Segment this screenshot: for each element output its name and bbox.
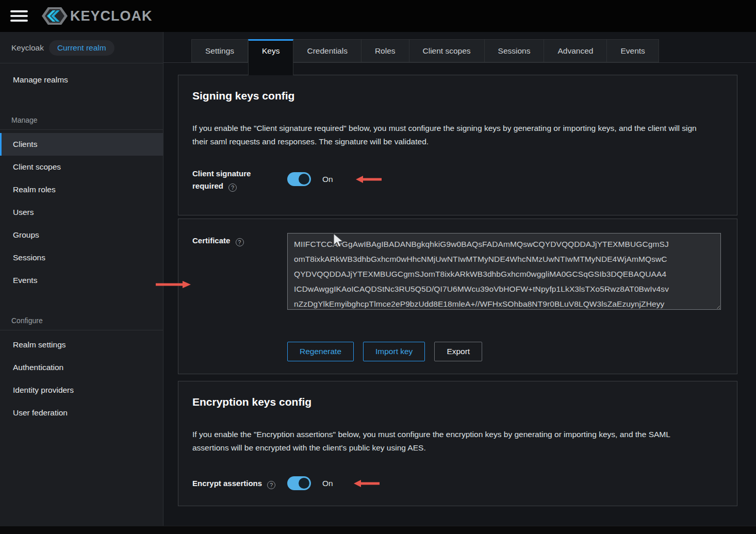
tab-roles[interactable]: Roles: [361, 39, 409, 62]
signing-keys-config-section: Signing keys config If you enable the "C…: [178, 75, 737, 215]
export-button[interactable]: Export: [434, 342, 482, 361]
certificate-help-icon[interactable]: ?: [236, 238, 244, 246]
sidebar-item-client-scopes[interactable]: Client scopes: [0, 156, 163, 178]
tab-settings[interactable]: Settings: [191, 39, 248, 62]
current-realm-button[interactable]: Current realm: [49, 40, 114, 56]
sidebar-item-identity-providers[interactable]: Identity providers: [0, 379, 163, 402]
realm-label: Keycloak: [11, 43, 44, 53]
tab-credentials[interactable]: Credentials: [293, 39, 361, 62]
sidebar-item-sessions[interactable]: Sessions: [0, 246, 163, 269]
red-arrow-left-icon: [356, 175, 383, 183]
sidebar-item-events[interactable]: Events: [0, 269, 163, 292]
signing-keys-config-description: If you enable the "Client signature requ…: [192, 122, 708, 148]
encryption-keys-config-section: Encryption keys config If you enable the…: [178, 381, 737, 506]
sidebar-item-users[interactable]: Users: [0, 201, 163, 224]
client-signature-required-label: Client signature required ?: [192, 166, 287, 192]
sidebar-item-groups[interactable]: Groups: [0, 224, 163, 246]
encrypt-assertions-state: On: [322, 479, 333, 488]
mouse-cursor-icon: [333, 233, 344, 248]
client-signature-required-help-icon[interactable]: ?: [228, 183, 237, 192]
encryption-keys-config-description: If you enable the "Encryption assertions…: [192, 428, 708, 455]
sidebar-item-clients[interactable]: Clients: [0, 133, 163, 156]
tab-advanced[interactable]: Advanced: [544, 39, 607, 62]
brand-text: KEYCLOAK: [70, 8, 153, 24]
keycloak-logo-icon: [41, 7, 68, 25]
red-arrow-right-icon: [155, 280, 191, 289]
certificate-textarea[interactable]: MIIFCTCCAvGgAwIBAgIBADANBgkqhkiG9w0BAQsF…: [287, 233, 721, 310]
sidebar-group-configure: Configure: [0, 316, 163, 330]
sidebar-item-user-federation[interactable]: User federation: [0, 402, 163, 424]
encryption-keys-config-title: Encryption keys config: [192, 396, 708, 408]
red-arrow-left-icon: [354, 479, 381, 488]
encrypt-assertions-toggle[interactable]: [287, 476, 311, 490]
sidebar-item-realm-settings[interactable]: Realm settings: [0, 333, 163, 356]
tab-events[interactable]: Events: [607, 39, 659, 62]
client-signature-required-state: On: [322, 175, 333, 184]
sidebar-item-manage-realms[interactable]: Manage realms: [0, 69, 163, 91]
top-header: KEYCLOAK: [0, 0, 756, 32]
sidebar-item-realm-roles[interactable]: Realm roles: [0, 178, 163, 201]
bottom-cutoff-strip: [0, 526, 756, 534]
tab-client-scopes[interactable]: Client scopes: [409, 39, 485, 62]
realm-switcher: Keycloak Current realm: [0, 32, 163, 63]
regenerate-button[interactable]: Regenerate: [287, 342, 354, 361]
certificate-label: Certificate ?: [192, 233, 287, 310]
tab-keys[interactable]: Keys: [248, 39, 293, 75]
sidebar-item-authentication[interactable]: Authentication: [0, 356, 163, 379]
certificate-section: Certificate ? MIIFCTCCAvGgAwIBAgIBADANBg…: [178, 219, 737, 374]
sidebar-group-manage: Manage: [0, 116, 163, 130]
import-key-button[interactable]: Import key: [363, 342, 425, 361]
keycloak-logo: KEYCLOAK: [41, 7, 153, 25]
client-signature-required-toggle[interactable]: [287, 172, 311, 186]
sidebar: Keycloak Current realm Manage realms Man…: [0, 32, 163, 526]
tab-sessions[interactable]: Sessions: [485, 39, 545, 62]
main-content: Settings Keys Credentials Roles Client s…: [163, 32, 756, 526]
client-tabs: Settings Keys Credentials Roles Client s…: [191, 39, 756, 62]
encrypt-assertions-label: Encrypt assertions ?: [192, 477, 287, 490]
encrypt-assertions-help-icon[interactable]: ?: [267, 481, 275, 489]
hamburger-menu-icon[interactable]: [10, 10, 28, 22]
signing-keys-config-title: Signing keys config: [192, 90, 708, 102]
